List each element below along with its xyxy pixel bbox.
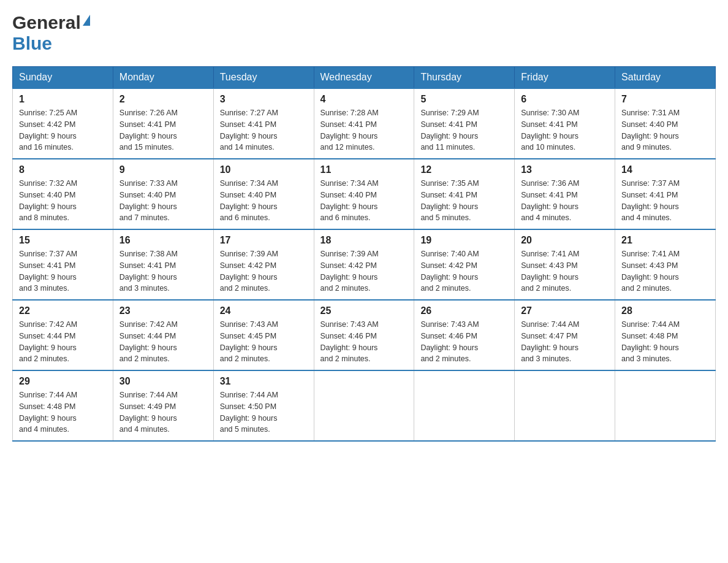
day-number: 24 [220, 305, 308, 316]
daylight-minutes: and 8 minutes. [19, 213, 69, 222]
sunrise-info: Sunrise: 7:44 AM [521, 320, 579, 329]
calendar-day-cell: 21Sunrise: 7:41 AMSunset: 4:43 PMDayligh… [615, 229, 716, 300]
daylight-hours: Daylight: 9 hours [19, 202, 77, 211]
sunrise-info: Sunrise: 7:41 AM [521, 250, 579, 258]
day-number: 9 [119, 164, 207, 175]
sunrise-info: Sunrise: 7:36 AM [521, 179, 579, 188]
sunrise-info: Sunrise: 7:41 AM [621, 250, 680, 258]
calendar-day-cell: 8Sunrise: 7:32 AMSunset: 4:40 PMDaylight… [13, 159, 113, 229]
sunrise-info: Sunrise: 7:38 AM [119, 250, 178, 258]
sunset-info: Sunset: 4:50 PM [220, 402, 276, 411]
calendar-day-cell: 6Sunrise: 7:30 AMSunset: 4:41 PMDaylight… [515, 88, 615, 159]
sunset-info: Sunset: 4:42 PM [420, 261, 477, 270]
sunset-info: Sunset: 4:43 PM [521, 261, 577, 270]
sunrise-info: Sunrise: 7:43 AM [220, 320, 278, 329]
calendar-day-cell [615, 370, 716, 441]
calendar-week-row: 29Sunrise: 7:44 AMSunset: 4:48 PMDayligh… [13, 370, 716, 441]
sunset-info: Sunset: 4:41 PM [19, 261, 75, 270]
sunset-info: Sunset: 4:40 PM [119, 191, 176, 199]
calendar-day-cell: 4Sunrise: 7:28 AMSunset: 4:41 PMDaylight… [314, 88, 414, 159]
sunset-info: Sunset: 4:41 PM [220, 120, 276, 129]
calendar-day-cell: 16Sunrise: 7:38 AMSunset: 4:41 PMDayligh… [113, 229, 213, 300]
day-info: Sunrise: 7:43 AMSunset: 4:46 PMDaylight:… [420, 319, 508, 365]
day-number: 8 [19, 164, 107, 175]
daylight-minutes: and 16 minutes. [19, 143, 74, 151]
sunset-info: Sunset: 4:41 PM [621, 191, 678, 199]
day-number: 3 [220, 94, 308, 105]
sunset-info: Sunset: 4:40 PM [621, 120, 678, 129]
day-info: Sunrise: 7:26 AMSunset: 4:41 PMDaylight:… [119, 107, 207, 153]
calendar-day-cell: 18Sunrise: 7:39 AMSunset: 4:42 PMDayligh… [314, 229, 414, 300]
sunrise-info: Sunrise: 7:27 AM [220, 109, 278, 117]
logo: General Blue [12, 12, 90, 54]
sunrise-info: Sunrise: 7:35 AM [420, 179, 479, 188]
daylight-hours: Daylight: 9 hours [320, 202, 378, 211]
sunset-info: Sunset: 4:46 PM [420, 332, 477, 340]
sunrise-info: Sunrise: 7:31 AM [621, 109, 680, 117]
daylight-minutes: and 2 minutes. [521, 284, 571, 293]
day-info: Sunrise: 7:44 AMSunset: 4:48 PMDaylight:… [19, 389, 107, 435]
day-number: 14 [621, 164, 709, 175]
day-number: 21 [621, 235, 709, 246]
sunset-info: Sunset: 4:40 PM [320, 191, 377, 199]
day-of-week-header: Monday [113, 67, 213, 89]
calendar-day-cell: 27Sunrise: 7:44 AMSunset: 4:47 PMDayligh… [515, 300, 615, 370]
sunrise-info: Sunrise: 7:39 AM [320, 250, 379, 258]
daylight-hours: Daylight: 9 hours [19, 273, 77, 282]
sunset-info: Sunset: 4:46 PM [320, 332, 377, 340]
logo-blue-text: Blue [12, 33, 52, 53]
day-of-week-header: Tuesday [213, 67, 314, 89]
daylight-hours: Daylight: 9 hours [521, 202, 578, 211]
day-number: 7 [621, 94, 709, 105]
daylight-hours: Daylight: 9 hours [220, 414, 278, 423]
day-number: 10 [220, 164, 308, 175]
sunset-info: Sunset: 4:42 PM [19, 120, 75, 129]
daylight-hours: Daylight: 9 hours [621, 132, 679, 140]
logo-triangle-icon [83, 15, 90, 26]
calendar-day-cell: 19Sunrise: 7:40 AMSunset: 4:42 PMDayligh… [414, 229, 515, 300]
day-info: Sunrise: 7:43 AMSunset: 4:46 PMDaylight:… [320, 319, 408, 365]
sunrise-info: Sunrise: 7:39 AM [220, 250, 278, 258]
day-info: Sunrise: 7:34 AMSunset: 4:40 PMDaylight:… [220, 178, 308, 224]
daylight-hours: Daylight: 9 hours [420, 202, 478, 211]
day-number: 23 [119, 305, 207, 316]
daylight-minutes: and 2 minutes. [320, 284, 371, 293]
sunset-info: Sunset: 4:47 PM [521, 332, 577, 340]
sunset-info: Sunset: 4:41 PM [119, 261, 176, 270]
daylight-hours: Daylight: 9 hours [19, 414, 77, 423]
sunrise-info: Sunrise: 7:42 AM [19, 320, 77, 329]
daylight-minutes: and 2 minutes. [320, 354, 371, 363]
sunrise-info: Sunrise: 7:44 AM [119, 391, 178, 399]
daylight-minutes: and 3 minutes. [19, 284, 69, 293]
calendar-day-cell: 31Sunrise: 7:44 AMSunset: 4:50 PMDayligh… [213, 370, 314, 441]
sunrise-info: Sunrise: 7:44 AM [19, 391, 77, 399]
calendar-week-row: 22Sunrise: 7:42 AMSunset: 4:44 PMDayligh… [13, 300, 716, 370]
daylight-minutes: and 2 minutes. [220, 284, 270, 293]
day-of-week-header: Thursday [414, 67, 515, 89]
daylight-minutes: and 15 minutes. [119, 143, 174, 151]
day-number: 15 [19, 235, 107, 246]
calendar-day-cell: 3Sunrise: 7:27 AMSunset: 4:41 PMDaylight… [213, 88, 314, 159]
sunrise-info: Sunrise: 7:37 AM [621, 179, 680, 188]
daylight-hours: Daylight: 9 hours [320, 343, 378, 352]
sunrise-info: Sunrise: 7:43 AM [420, 320, 479, 329]
calendar-day-cell [414, 370, 515, 441]
sunset-info: Sunset: 4:41 PM [521, 120, 577, 129]
day-info: Sunrise: 7:37 AMSunset: 4:41 PMDaylight:… [19, 248, 107, 294]
calendar-day-cell: 10Sunrise: 7:34 AMSunset: 4:40 PMDayligh… [213, 159, 314, 229]
daylight-minutes: and 2 minutes. [19, 354, 69, 363]
day-info: Sunrise: 7:44 AMSunset: 4:48 PMDaylight:… [621, 319, 709, 365]
calendar-day-cell: 26Sunrise: 7:43 AMSunset: 4:46 PMDayligh… [414, 300, 515, 370]
day-number: 25 [320, 305, 408, 316]
daylight-minutes: and 12 minutes. [320, 143, 375, 151]
daylight-minutes: and 3 minutes. [521, 354, 571, 363]
calendar-day-cell: 24Sunrise: 7:43 AMSunset: 4:45 PMDayligh… [213, 300, 314, 370]
day-info: Sunrise: 7:35 AMSunset: 4:41 PMDaylight:… [420, 178, 508, 224]
day-info: Sunrise: 7:37 AMSunset: 4:41 PMDaylight:… [621, 178, 709, 224]
daylight-minutes: and 4 minutes. [119, 425, 170, 434]
day-info: Sunrise: 7:44 AMSunset: 4:47 PMDaylight:… [521, 319, 609, 365]
sunrise-info: Sunrise: 7:25 AM [19, 109, 77, 117]
day-number: 5 [420, 94, 508, 105]
daylight-minutes: and 10 minutes. [521, 143, 575, 151]
calendar-day-cell: 2Sunrise: 7:26 AMSunset: 4:41 PMDaylight… [113, 88, 213, 159]
